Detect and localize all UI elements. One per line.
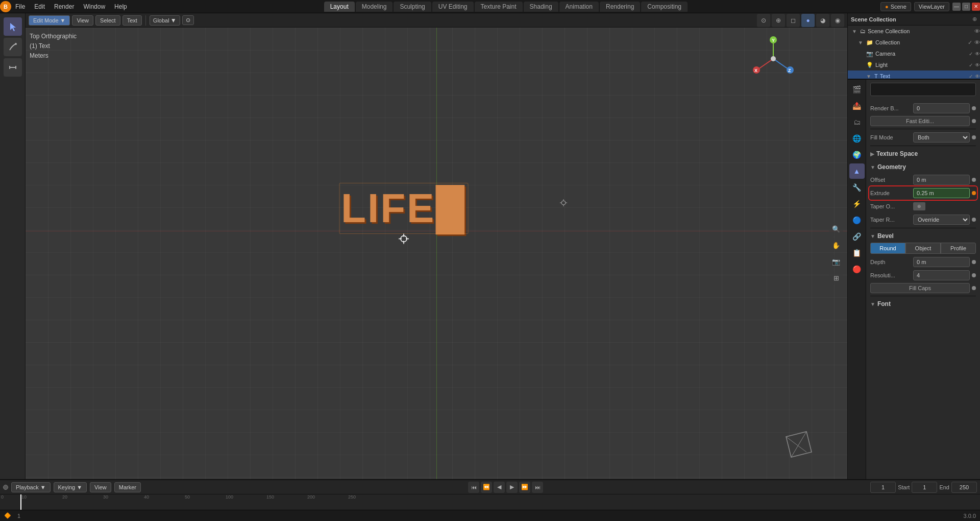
start-frame-input[interactable]: 1 bbox=[912, 482, 937, 493]
viewport-shading-wire[interactable]: ◻ bbox=[787, 14, 800, 27]
prop-icon-view-layer[interactable]: 🗂 bbox=[849, 114, 865, 130]
outliner-item-camera[interactable]: 📷 Camera ✓ 👁 bbox=[848, 48, 980, 59]
end-frame-input[interactable]: 250 bbox=[951, 482, 977, 493]
text-check[interactable]: ✓ bbox=[969, 74, 973, 79]
tab-uv-editing[interactable]: UV Editing bbox=[432, 2, 474, 12]
jump-prev-btn[interactable]: ⏪ bbox=[481, 482, 492, 493]
gizmo-btn[interactable]: ⊕ bbox=[772, 14, 785, 27]
menu-window[interactable]: Window bbox=[79, 2, 109, 11]
fill-mode-select[interactable]: Both bbox=[913, 132, 970, 143]
camera-vis[interactable]: 👁 bbox=[975, 51, 980, 57]
menu-edit[interactable]: Edit bbox=[30, 2, 49, 11]
pivot-selector[interactable]: ⊙ bbox=[182, 15, 194, 25]
prop-icon-physics[interactable]: 🔵 bbox=[849, 212, 865, 228]
prop-icon-data[interactable]: 📋 bbox=[849, 245, 865, 260]
offset-value[interactable]: 0 m bbox=[913, 175, 970, 185]
tool-draw[interactable] bbox=[4, 38, 22, 56]
tab-compositing[interactable]: Compositing bbox=[641, 2, 688, 12]
props-search-input[interactable] bbox=[870, 83, 976, 96]
prop-icon-output[interactable]: 📤 bbox=[849, 98, 865, 113]
bevel-section[interactable]: ▼ Bevel bbox=[870, 230, 976, 242]
viewport-canvas[interactable]: Top Orthographic (1) Text Meters LIFE█ bbox=[26, 28, 847, 479]
play-reverse-btn[interactable]: ◀ bbox=[494, 482, 505, 493]
jump-next-btn[interactable]: ⏩ bbox=[519, 482, 530, 493]
scene-selector[interactable]: ● Scene bbox=[880, 2, 911, 11]
camera-btn[interactable]: 📷 bbox=[829, 254, 843, 269]
text-vis[interactable]: 👁 bbox=[975, 74, 980, 79]
menu-file[interactable]: File bbox=[11, 2, 29, 11]
tab-modeling[interactable]: Modeling bbox=[356, 2, 393, 12]
taper-r-select[interactable]: Override bbox=[913, 215, 970, 225]
outliner-item-collection[interactable]: ▼ 📁 Collection ✓ 👁 bbox=[848, 37, 980, 48]
timeline-body[interactable]: 0 10 20 30 40 50 100 150 200 250 bbox=[0, 494, 980, 510]
fast-edit-toggle[interactable]: Fast Editi... bbox=[870, 116, 970, 126]
fill-caps-toggle[interactable]: Fill Caps bbox=[870, 283, 970, 293]
depth-value[interactable]: 0 m bbox=[913, 257, 970, 267]
jump-end-btn[interactable]: ⏭ bbox=[532, 482, 543, 493]
bevel-profile-btn[interactable]: Profile bbox=[941, 243, 976, 254]
zoom-in-btn[interactable]: 🔍 bbox=[829, 222, 843, 236]
current-frame-input[interactable]: 1 bbox=[870, 482, 896, 493]
outliner-item-text-parent[interactable]: ▼ T Text ✓ 👁 bbox=[848, 70, 980, 80]
text-menu-btn[interactable]: Text bbox=[122, 15, 142, 26]
tab-sculpting[interactable]: Sculpting bbox=[394, 2, 431, 12]
marker-menu[interactable]: Marker bbox=[114, 482, 141, 492]
light-vis[interactable]: 👁 bbox=[975, 62, 980, 68]
jump-start-btn[interactable]: ⏮ bbox=[468, 482, 479, 493]
edit-mode-selector[interactable]: Edit Mode ▼ bbox=[29, 15, 70, 26]
menu-help[interactable]: Help bbox=[110, 2, 131, 11]
tool-measure[interactable] bbox=[4, 58, 22, 77]
outliner-item-scene-collection[interactable]: ▼ 🗂 Scene Collection 👁 bbox=[848, 26, 980, 37]
play-btn[interactable]: ▶ bbox=[506, 482, 518, 493]
collection-vis-icon[interactable]: 👁 bbox=[974, 39, 980, 46]
prop-icon-object[interactable]: ▲ bbox=[849, 163, 865, 179]
tab-rendering[interactable]: Rendering bbox=[600, 2, 640, 12]
prop-icon-scene[interactable]: 🌐 bbox=[849, 131, 865, 146]
maximize-button[interactable]: □ bbox=[962, 3, 970, 11]
outliner-item-light[interactable]: 💡 Light ✓ 👁 bbox=[848, 59, 980, 70]
extrude-value[interactable]: 0.25 m bbox=[913, 188, 970, 198]
keying-menu[interactable]: Keying▼ bbox=[54, 482, 87, 492]
tab-shading[interactable]: Shading bbox=[524, 2, 558, 12]
tool-select[interactable] bbox=[4, 17, 22, 36]
font-section[interactable]: ▼ Font bbox=[870, 298, 976, 310]
geometry-section[interactable]: ▼ Geometry bbox=[870, 161, 976, 173]
menu-render[interactable]: Render bbox=[50, 2, 78, 11]
prop-icon-particles[interactable]: ⚡ bbox=[849, 196, 865, 211]
prop-icon-render[interactable]: 🎬 bbox=[849, 82, 865, 97]
light-check[interactable]: ✓ bbox=[969, 62, 973, 68]
prop-icon-modifier[interactable]: 🔧 bbox=[849, 180, 865, 195]
texture-space-section[interactable]: ▶ Texture Space bbox=[870, 148, 976, 159]
overlay-btn[interactable]: ⊙ bbox=[757, 14, 770, 27]
select-menu-btn[interactable]: Select bbox=[95, 15, 120, 26]
blender-logo[interactable]: B bbox=[0, 1, 11, 12]
tab-texture-paint[interactable]: Texture Paint bbox=[475, 2, 523, 12]
tab-layout[interactable]: Layout bbox=[324, 2, 355, 12]
render-b-value[interactable]: 0 bbox=[913, 103, 970, 113]
viewport-shading-rendered[interactable]: ◉ bbox=[831, 14, 844, 27]
close-button[interactable]: ✕ bbox=[972, 3, 980, 11]
collection-check-icon[interactable]: ✓ bbox=[968, 39, 972, 46]
view-menu-tl[interactable]: View bbox=[90, 482, 111, 492]
grid-btn[interactable]: ⊞ bbox=[829, 271, 843, 285]
tab-animation[interactable]: Animation bbox=[559, 2, 599, 12]
viewport-gizmo[interactable]: Y X Z bbox=[750, 36, 796, 83]
taper-o-icon[interactable]: ⊕ bbox=[913, 202, 925, 210]
prop-icon-material[interactable]: 🔴 bbox=[849, 262, 865, 277]
playback-menu[interactable]: Playback▼ bbox=[11, 482, 51, 492]
bevel-object-btn[interactable]: Object bbox=[905, 243, 941, 254]
view-menu-btn[interactable]: View bbox=[72, 15, 93, 26]
prop-icon-constraints[interactable]: 🔗 bbox=[849, 229, 865, 244]
prop-icon-world[interactable]: 🌍 bbox=[849, 147, 865, 162]
resolution-value[interactable]: 4 bbox=[913, 270, 970, 280]
extrude-row: Extrude 0.25 m bbox=[870, 187, 976, 199]
scene-vis-icon[interactable]: 👁 bbox=[974, 28, 980, 34]
minimize-button[interactable]: — bbox=[952, 3, 961, 11]
viewport-shading-material[interactable]: ◕ bbox=[816, 14, 829, 27]
layer-selector[interactable]: ViewLayer bbox=[914, 2, 949, 11]
camera-check[interactable]: ✓ bbox=[969, 51, 973, 57]
hand-btn[interactable]: ✋ bbox=[829, 238, 843, 252]
bevel-round-btn[interactable]: Round bbox=[870, 243, 905, 254]
viewport-shading-solid[interactable]: ● bbox=[801, 14, 815, 27]
orientation-selector[interactable]: Global▼ bbox=[150, 15, 180, 26]
